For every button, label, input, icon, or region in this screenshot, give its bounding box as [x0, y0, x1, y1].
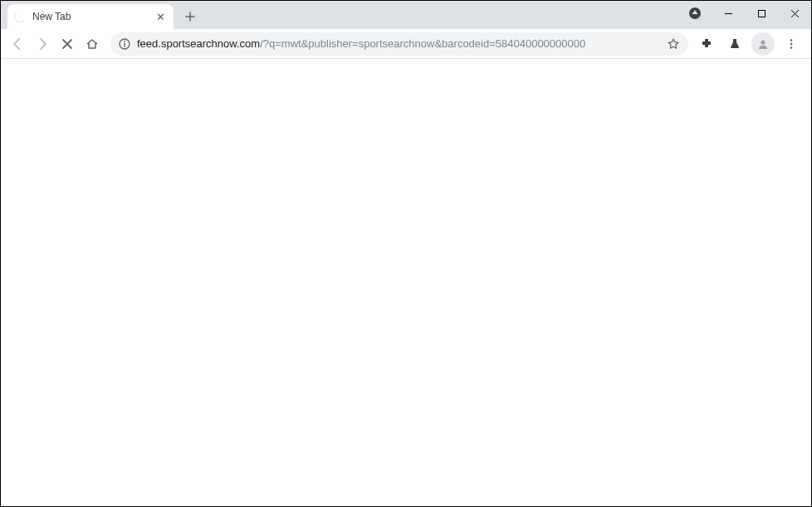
- extensions-icon[interactable]: [695, 32, 718, 56]
- toolbar-right: [695, 32, 806, 56]
- window-minimize-button[interactable]: [712, 1, 745, 26]
- svg-point-8: [790, 46, 793, 49]
- loading-spinner-icon: [14, 11, 26, 22]
- labs-icon[interactable]: [723, 32, 746, 56]
- toolbar: feed.sportsearchnow.com/?q=mwt&publisher…: [1, 29, 811, 59]
- browser-tab[interactable]: New Tab ✕: [7, 4, 174, 29]
- svg-point-4: [124, 41, 125, 42]
- tab-title: New Tab: [32, 11, 147, 22]
- svg-point-5: [761, 40, 765, 44]
- guest-icon[interactable]: [678, 1, 712, 26]
- page-content: [1, 59, 811, 506]
- titlebar: New Tab ✕: [1, 1, 811, 29]
- bookmark-star-icon[interactable]: [667, 37, 680, 51]
- window-controls: [678, 1, 811, 26]
- tab-close-button[interactable]: ✕: [154, 11, 167, 23]
- forward-button[interactable]: [31, 32, 54, 56]
- svg-point-6: [790, 39, 793, 41]
- url-host: feed.sportsearchnow.com: [137, 37, 260, 50]
- url-path: /?q=mwt&publisher=sportsearchnow&barcode…: [260, 37, 585, 50]
- address-bar[interactable]: feed.sportsearchnow.com/?q=mwt&publisher…: [110, 32, 688, 56]
- back-button[interactable]: [6, 32, 29, 56]
- profile-avatar-icon[interactable]: [751, 32, 775, 56]
- site-info-icon[interactable]: [119, 38, 130, 50]
- window-maximize-button[interactable]: [745, 1, 778, 26]
- svg-rect-3: [124, 43, 125, 47]
- svg-point-7: [790, 42, 793, 45]
- home-button[interactable]: [81, 32, 104, 56]
- stop-button[interactable]: [56, 32, 79, 56]
- svg-rect-1: [758, 10, 765, 17]
- new-tab-button[interactable]: [179, 5, 202, 28]
- url-text: feed.sportsearchnow.com/?q=mwt&publisher…: [137, 37, 660, 50]
- menu-button[interactable]: [780, 32, 803, 56]
- window-close-button[interactable]: [778, 1, 811, 26]
